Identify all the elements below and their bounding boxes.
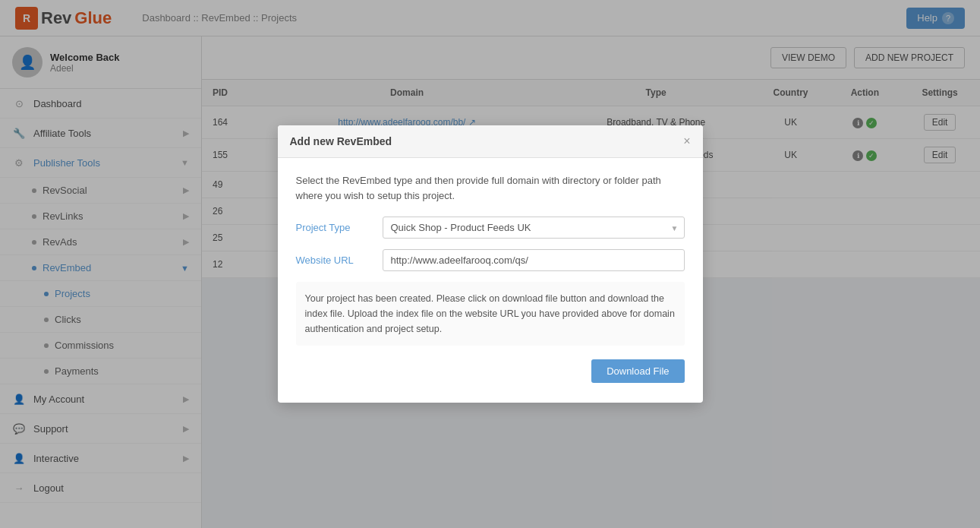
modal-body: Select the RevEmbed type and then provid…: [278, 158, 703, 403]
website-url-label: Website URL: [296, 255, 372, 266]
download-file-button[interactable]: Download File: [591, 359, 684, 383]
project-type-label: Project Type: [296, 222, 372, 233]
modal-footer: Download File: [296, 359, 685, 387]
modal-overlay[interactable]: Add new RevEmbed × Select the RevEmbed t…: [0, 0, 980, 528]
add-revembed-modal: Add new RevEmbed × Select the RevEmbed t…: [278, 125, 703, 403]
website-url-input[interactable]: [383, 249, 685, 271]
project-type-select[interactable]: Quick Shop - Product Feeds UK Broadband,…: [383, 217, 685, 239]
modal-info-text: Your project has been created. Please cl…: [296, 282, 685, 346]
website-url-row: Website URL: [296, 249, 685, 271]
project-type-select-wrapper: Quick Shop - Product Feeds UK Broadband,…: [383, 217, 685, 239]
modal-title: Add new RevEmbed: [290, 135, 392, 147]
modal-close-button[interactable]: ×: [683, 134, 690, 148]
modal-description: Select the RevEmbed type and then provid…: [296, 173, 685, 203]
modal-header: Add new RevEmbed ×: [278, 125, 703, 158]
project-type-row: Project Type Quick Shop - Product Feeds …: [296, 217, 685, 239]
